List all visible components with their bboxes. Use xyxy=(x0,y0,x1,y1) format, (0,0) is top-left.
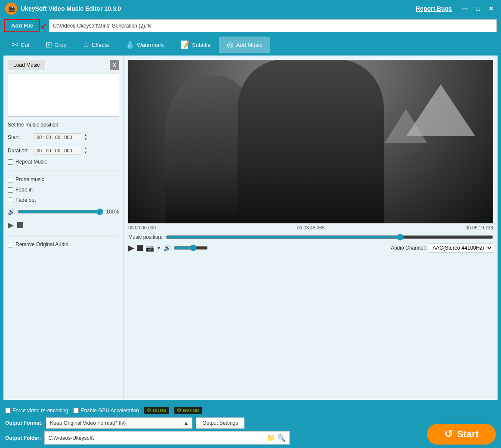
folder-search-icon[interactable]: 🔍 xyxy=(277,434,286,442)
time-end: 00:05:19.733 xyxy=(466,225,493,230)
camera-dropdown-icon[interactable]: ▼ xyxy=(157,246,161,250)
format-dropdown-icon: ▲ xyxy=(183,420,189,426)
output-format-select[interactable]: Keep Original Video Format(*.flv) ▲ xyxy=(46,417,192,429)
remove-original-label: Remove Original Audio xyxy=(15,241,68,247)
tab-effects-label: Effects xyxy=(92,42,109,48)
window-controls: — □ ✕ xyxy=(461,4,496,13)
prune-music-checkbox[interactable] xyxy=(8,177,13,182)
close-panel-button[interactable]: X xyxy=(110,60,119,70)
video-controls-row: ▶ 📷 ▼ 🔊 Audio Channel: AAC(Stereo 44100H… xyxy=(128,243,493,253)
start-time-row: Start: ▲ ▼ xyxy=(8,133,119,141)
music-list[interactable] xyxy=(8,74,119,117)
close-button[interactable]: ✕ xyxy=(486,4,496,13)
scene-person-center xyxy=(238,60,383,223)
toolbar: Add File ↙ xyxy=(0,17,501,34)
app-window: 🎬 UkeySoft Video Music Editor 10.3.0 Rep… xyxy=(0,0,501,448)
volume-icon: 🔊 xyxy=(8,208,15,215)
start-button[interactable]: ↺ Start xyxy=(427,424,496,445)
tab-subtitle-label: Subtitle xyxy=(192,42,210,48)
title-bar: 🎬 UkeySoft Video Music Editor 10.3.0 Rep… xyxy=(0,0,501,17)
ctrl-volume-slider[interactable] xyxy=(173,244,208,251)
arrow-icon: ↙ xyxy=(40,21,47,31)
repeat-music-checkbox[interactable] xyxy=(8,159,13,165)
remove-original-row: Remove Original Audio xyxy=(8,241,119,247)
duration-time-row: Duration: ▲ ▼ xyxy=(8,146,119,154)
folder-browse-icon[interactable]: 📁 xyxy=(267,434,275,442)
add-music-icon: ◎ xyxy=(227,40,234,49)
play-button[interactable]: ▶ xyxy=(8,220,14,230)
timeline-bar: 00:00:00.000 00:03:48.265 00:05:19.733 xyxy=(128,223,493,232)
set-position-label: Set the music position: xyxy=(8,122,119,128)
bottom-options-row: Force video re-encoding Enable GPU Accel… xyxy=(5,407,496,414)
duration-spin-button[interactable]: ▲ ▼ xyxy=(84,146,87,154)
bottom-bar: Force video re-encoding Enable GPU Accel… xyxy=(0,403,501,448)
fade-in-row: Fade in xyxy=(8,187,119,193)
music-position-row: Music position: xyxy=(128,234,493,241)
fade-out-row: Fade out xyxy=(8,197,119,203)
app-title: UkeySoft Video Music Editor 10.3.0 xyxy=(21,5,416,12)
playback-row: ▶ xyxy=(8,220,119,230)
start-time-input[interactable] xyxy=(34,133,81,141)
video-stop-button[interactable] xyxy=(137,245,143,251)
time-start: 00:00:00.000 xyxy=(128,225,156,230)
tab-watermark[interactable]: 💧 Watermark xyxy=(118,37,172,53)
tab-subtitle[interactable]: 📝 Subtitle xyxy=(173,37,218,53)
right-panel: 00:00:00.000 00:03:48.265 00:05:19.733 M… xyxy=(124,56,498,400)
video-play-button[interactable]: ▶ xyxy=(128,243,134,253)
music-position-slider[interactable] xyxy=(166,234,493,241)
start-spin-button[interactable]: ▲ ▼ xyxy=(84,133,87,141)
enable-gpu-checkbox[interactable] xyxy=(73,408,79,413)
video-preview xyxy=(128,60,493,223)
duration-label: Duration: xyxy=(8,148,31,154)
gpu-icon-cuda: ⚙ xyxy=(147,408,151,413)
stop-button[interactable] xyxy=(17,222,23,228)
remove-original-checkbox[interactable] xyxy=(8,242,13,247)
nvenc-badge: ⚙ NVENC xyxy=(174,407,202,414)
start-icon: ↺ xyxy=(444,428,453,440)
volume-row: 🔊 100% xyxy=(8,208,119,215)
tab-cut[interactable]: ✂ Cut xyxy=(4,37,37,53)
force-reencode-checkbox[interactable] xyxy=(5,408,11,413)
add-file-button[interactable]: Add File xyxy=(4,19,40,32)
duration-time-input[interactable] xyxy=(34,147,81,154)
tab-add-music[interactable]: ◎ Add Music xyxy=(219,37,270,53)
audio-channel-select[interactable]: AAC(Stereo 44100Hz) xyxy=(429,243,493,253)
output-format-label: Output Format: xyxy=(5,420,43,426)
tab-cut-label: Cut xyxy=(21,42,29,48)
enable-gpu-label[interactable]: Enable GPU Acceleration xyxy=(73,408,139,414)
folder-icons: 📁 🔍 xyxy=(267,434,286,442)
cuda-badge: ⚙ CUDA xyxy=(144,407,169,414)
volume-slider[interactable] xyxy=(18,208,103,215)
tab-bar: ✂ Cut ⊞ Crop ☆ Effects 💧 Watermark 📝 Sub… xyxy=(0,34,501,56)
bottom-left-rows: Output Format: Keep Original Video Forma… xyxy=(5,417,423,445)
fade-in-label: Fade in xyxy=(15,187,33,193)
repeat-music-row: Repeat Music xyxy=(8,159,119,165)
tab-crop-label: Crop xyxy=(54,42,66,48)
force-reencode-label[interactable]: Force video re-encoding xyxy=(5,408,68,414)
report-bugs-link[interactable]: Report Bugs xyxy=(416,5,452,12)
file-path-input[interactable] xyxy=(49,19,497,32)
gpu-icon-nvenc: ⚙ xyxy=(177,408,181,413)
crop-icon: ⊞ xyxy=(46,40,52,49)
divider-2 xyxy=(8,235,119,235)
fade-out-checkbox[interactable] xyxy=(8,198,13,203)
effects-icon: ☆ xyxy=(83,40,90,49)
minimize-button[interactable]: — xyxy=(461,4,470,13)
music-position-label: Music position: xyxy=(128,234,162,240)
camera-icon[interactable]: 📷 xyxy=(145,244,154,252)
start-label: Start: xyxy=(8,134,31,140)
repeat-music-label: Repeat Music xyxy=(15,159,47,165)
volume-percent: 100% xyxy=(106,209,119,215)
divider-1 xyxy=(8,170,119,170)
watermark-icon: 💧 xyxy=(125,40,135,49)
time-middle: 00:03:48.265 xyxy=(297,225,325,230)
ctrl-volume-icon: 🔊 xyxy=(164,244,171,251)
audio-channel-label: Audio Channel: xyxy=(391,245,426,251)
tab-crop[interactable]: ⊞ Crop xyxy=(38,37,74,53)
tab-add-music-label: Add Music xyxy=(236,42,262,48)
tab-effects[interactable]: ☆ Effects xyxy=(75,37,117,53)
maximize-button[interactable]: □ xyxy=(473,4,483,13)
load-music-button[interactable]: Load Music xyxy=(8,60,45,70)
fade-in-checkbox[interactable] xyxy=(8,187,13,193)
output-settings-button[interactable]: Output Settings xyxy=(196,417,244,429)
